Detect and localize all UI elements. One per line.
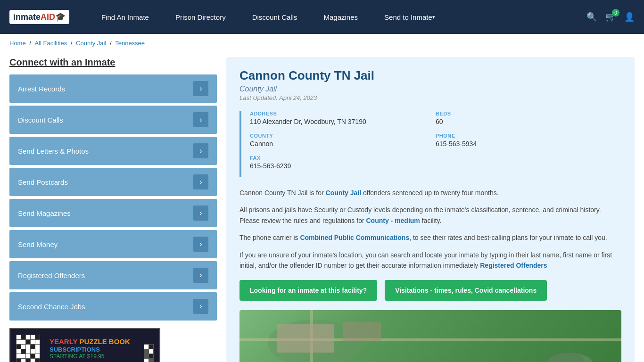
sidebar-item-arrest-records[interactable]: Arrest Records › <box>9 74 217 103</box>
arrow-icon-jobs: › <box>193 299 208 314</box>
phone-label: PHONE <box>436 133 621 139</box>
beds-value: 60 <box>436 118 621 125</box>
registered-offenders-link[interactable]: Registered Offenders <box>480 262 547 269</box>
nav-links: Find An Inmate Prison Directory Discount… <box>88 0 586 34</box>
action-buttons: Looking for an inmate at this facility? … <box>239 280 621 301</box>
desc-para-1: Cannon County TN Jail is for County Jail… <box>239 188 621 198</box>
nav-icons: 🔍 🛒 0 👤 <box>586 12 635 22</box>
nav-send-to-inmate[interactable]: Send to Inmate <box>371 0 448 34</box>
address-block: ADDRESS 110 Alexander Dr, Woodbury, TN 3… <box>250 111 436 125</box>
sidebar-label-send-letters: Send Letters & Photos <box>18 147 89 155</box>
desc-para-2: All prisons and jails have Security or C… <box>239 205 621 226</box>
logo[interactable]: inmate AID 🎓 <box>9 10 69 24</box>
logo-hat: 🎓 <box>55 12 66 22</box>
beds-label: BEDS <box>436 111 621 116</box>
address-value: 110 Alexander Dr, Woodbury, TN 37190 <box>250 118 436 125</box>
sidebar-label-send-postcards: Send Postcards <box>18 178 68 186</box>
sidebar-item-send-letters[interactable]: Send Letters & Photos › <box>9 137 217 165</box>
county-label: COUNTY <box>250 133 436 139</box>
sidebar-label-registered-offenders: Registered Offenders <box>18 272 85 280</box>
visitations-button[interactable]: Visitations - times, rules, Covid cancel… <box>385 280 547 301</box>
sidebar-label-arrest-records: Arrest Records <box>18 85 65 93</box>
sidebar-menu: Arrest Records › Discount Calls › Send L… <box>9 74 217 321</box>
sidebar: Connect with an Inmate Arrest Records › … <box>9 57 217 362</box>
nav-find-inmate[interactable]: Find An Inmate <box>88 0 162 34</box>
breadcrumb: Home / All Facilities / County Jail / Te… <box>0 34 644 52</box>
breadcrumb-sep2: / <box>71 40 74 47</box>
facility-map <box>239 310 621 362</box>
address-label: ADDRESS <box>250 111 436 116</box>
phone-carrier-link[interactable]: Combined Public Communications <box>300 234 409 241</box>
nav-magazines[interactable]: Magazines <box>311 0 372 34</box>
sidebar-item-send-money[interactable]: Send Money › <box>9 230 217 258</box>
logo-aid: AID <box>41 12 55 22</box>
arrow-icon-offenders: › <box>193 268 208 283</box>
logo-inmate: inmate <box>13 12 41 22</box>
phone-value: 615-563-5934 <box>436 140 621 148</box>
sidebar-item-second-chance-jobs[interactable]: Second Chance Jobs › <box>9 292 217 321</box>
breadcrumb-home[interactable]: Home <box>9 40 26 47</box>
county-block: COUNTY Cannon <box>250 133 436 148</box>
arrow-icon-arrest: › <box>193 81 208 96</box>
fax-label: FAX <box>250 155 436 161</box>
sidebar-item-registered-offenders[interactable]: Registered Offenders › <box>9 261 217 289</box>
navbar: inmate AID 🎓 Find An Inmate Prison Direc… <box>0 0 644 34</box>
sidebar-title: Connect with an Inmate <box>9 57 217 68</box>
nav-discount-calls[interactable]: Discount Calls <box>239 0 311 34</box>
sidebar-item-send-postcards[interactable]: Send Postcards › <box>9 168 217 196</box>
info-grid: ADDRESS 110 Alexander Dr, Woodbury, TN 3… <box>239 111 621 177</box>
county-value: Cannon <box>250 140 436 148</box>
facility-updated: Last Updated: April 24, 2023 <box>239 94 621 101</box>
sidebar-label-second-chance-jobs: Second Chance Jobs <box>18 303 85 311</box>
sidebar-ad[interactable]: YEARLY PUZZLE BOOK SUBSCRIPTIONS STARTIN… <box>9 328 160 362</box>
facility-description: Cannon County TN Jail is for County Jail… <box>239 188 621 271</box>
arrow-icon-letters: › <box>193 143 208 158</box>
desc-para-4: If you are unsure of your inmate's locat… <box>239 250 621 271</box>
breadcrumb-tennessee[interactable]: Tennessee <box>115 40 145 47</box>
fax-value: 615-563-6239 <box>250 162 436 170</box>
sidebar-label-discount-calls: Discount Calls <box>18 116 63 124</box>
puzzle-grid-icon-right <box>144 344 154 362</box>
beds-block: BEDS 60 <box>436 111 621 125</box>
sidebar-item-send-magazines[interactable]: Send Magazines › <box>9 199 217 227</box>
facility-title: Cannon County TN Jail <box>239 68 621 83</box>
nav-prison-directory[interactable]: Prison Directory <box>162 0 239 34</box>
fax-block: FAX 615-563-6239 <box>250 155 436 170</box>
desc-para-3: The phone carrier is Combined Public Com… <box>239 232 621 243</box>
arrow-icon-money: › <box>193 237 208 252</box>
arrow-icon-postcards: › <box>193 174 208 189</box>
breadcrumb-sep3: / <box>110 40 113 47</box>
main-layout: Connect with an Inmate Arrest Records › … <box>0 52 644 362</box>
sidebar-label-send-magazines: Send Magazines <box>18 209 71 217</box>
arrow-icon-discount: › <box>193 112 208 127</box>
breadcrumb-county-jail[interactable]: County Jail <box>76 40 106 47</box>
cart-badge: 0 <box>612 9 619 16</box>
sidebar-label-send-money: Send Money <box>18 240 58 248</box>
search-button[interactable]: 🔍 <box>586 12 597 22</box>
breadcrumb-sep1: / <box>29 40 33 47</box>
cart-button[interactable]: 🛒 0 <box>605 12 616 22</box>
facility-type: County Jail <box>239 85 621 93</box>
ad-text: YEARLY PUZZLE BOOK SUBSCRIPTIONS STARTIN… <box>50 337 139 362</box>
phone-block: PHONE 615-563-5934 <box>436 133 621 148</box>
user-button[interactable]: 👤 <box>624 12 635 22</box>
breadcrumb-all-facilities[interactable]: All Facilities <box>35 40 67 47</box>
find-inmate-button[interactable]: Looking for an inmate at this facility? <box>239 280 377 301</box>
sidebar-item-discount-calls[interactable]: Discount Calls › <box>9 106 217 134</box>
county-medium-link[interactable]: County - medium <box>366 217 420 224</box>
arrow-icon-magazines: › <box>193 206 208 221</box>
puzzle-grid-icon <box>16 335 40 362</box>
main-content: Cannon County TN Jail County Jail Last U… <box>226 57 635 362</box>
county-jail-link-1[interactable]: County Jail <box>326 189 361 197</box>
